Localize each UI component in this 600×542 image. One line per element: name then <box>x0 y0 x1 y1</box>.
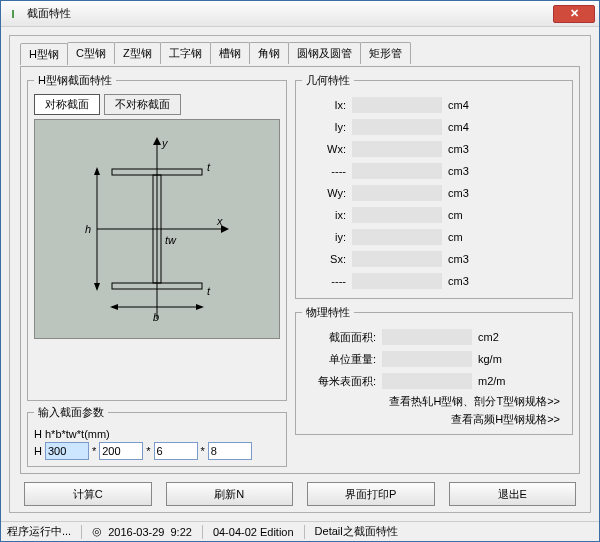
refresh-button[interactable]: 刷新N <box>166 482 294 506</box>
geo-row: Sx:cm3 <box>302 248 566 270</box>
svg-marker-14 <box>94 283 100 291</box>
status-edition: 04-04-02 Edition <box>213 526 294 538</box>
geo-label: Wy: <box>302 187 352 199</box>
phys-row: 单位重量:kg/m <box>302 348 566 370</box>
svg-text:tw: tw <box>165 234 177 246</box>
tab-channel[interactable]: 槽钢 <box>210 42 250 64</box>
svg-text:h: h <box>85 223 91 235</box>
geo-unit: cm3 <box>448 275 488 287</box>
phys-label: 单位重量: <box>302 352 382 367</box>
print-button[interactable]: 界面打印P <box>307 482 435 506</box>
high-freq-link[interactable]: 查看高频H型钢规格>> <box>302 410 560 428</box>
param-b-input[interactable] <box>99 442 143 460</box>
phys-value <box>382 373 472 389</box>
action-buttons: 计算C 刷新N 界面打印P 退出E <box>20 482 580 506</box>
geo-unit: cm3 <box>448 187 488 199</box>
tab-i-steel[interactable]: 工字钢 <box>160 42 211 64</box>
calc-button[interactable]: 计算C <box>24 482 152 506</box>
status-date: 2016-03-29 <box>108 526 164 538</box>
phys-value <box>382 329 472 345</box>
svg-text:t: t <box>207 285 211 297</box>
geo-unit: cm3 <box>448 143 488 155</box>
section-diagram: y x tw t t h <box>34 119 280 339</box>
geo-unit: cm4 <box>448 121 488 133</box>
tab-c-steel[interactable]: C型钢 <box>67 42 115 64</box>
tab-h-steel[interactable]: H型钢 <box>20 43 68 65</box>
geo-row: ----cm3 <box>302 270 566 292</box>
phys-label: 截面面积: <box>302 330 382 345</box>
geo-row: Iy:cm4 <box>302 116 566 138</box>
status-detail: Detail之截面特性 <box>315 524 398 539</box>
geo-value <box>352 119 442 135</box>
geo-value <box>352 273 442 289</box>
app-icon: I <box>5 6 21 22</box>
param-prefix: H <box>34 445 42 457</box>
status-bar: 程序运行中... ◎ 2016-03-29 9:22 04-04-02 Edit… <box>1 521 599 541</box>
geo-row: Ix:cm4 <box>302 94 566 116</box>
clock-icon: ◎ <box>92 525 102 538</box>
geo-unit: cm3 <box>448 253 488 265</box>
main-panel: H型钢 C型钢 Z型钢 工字钢 槽钢 角钢 圆钢及圆管 矩形管 H型钢截面特性 … <box>9 35 591 513</box>
geo-label: iy: <box>302 231 352 243</box>
svg-marker-18 <box>196 304 204 310</box>
phys-unit: m2/m <box>478 375 518 387</box>
svg-text:x: x <box>216 215 223 227</box>
geo-value <box>352 97 442 113</box>
geo-label: Sx: <box>302 253 352 265</box>
geo-unit: cm <box>448 231 488 243</box>
svg-marker-17 <box>110 304 118 310</box>
geo-row: ix:cm <box>302 204 566 226</box>
param-t-input[interactable] <box>208 442 252 460</box>
geo-value <box>352 185 442 201</box>
phys-unit: cm2 <box>478 331 518 343</box>
svg-marker-2 <box>153 137 161 145</box>
geo-value <box>352 207 442 223</box>
close-icon: ✕ <box>570 7 579 20</box>
param-row: H * * * <box>34 442 280 460</box>
geo-label: ix: <box>302 209 352 221</box>
phys-row: 每米表面积:m2/m <box>302 370 566 392</box>
right-column: 几何特性 Ix:cm4Iy:cm4Wx:cm3----cm3Wy:cm3ix:c… <box>295 73 573 467</box>
exit-button[interactable]: 退出E <box>449 482 577 506</box>
tab-angle[interactable]: 角钢 <box>249 42 289 64</box>
param-h-input[interactable] <box>45 442 89 460</box>
left-column: H型钢截面特性 对称截面 不对称截面 y <box>27 73 287 467</box>
geo-value <box>352 141 442 157</box>
hot-rolled-link[interactable]: 查看热轧H型钢、剖分T型钢规格>> <box>302 392 560 410</box>
close-button[interactable]: ✕ <box>553 5 595 23</box>
geometry-group: 几何特性 Ix:cm4Iy:cm4Wx:cm3----cm3Wy:cm3ix:c… <box>295 73 573 299</box>
section-tabs: H型钢 C型钢 Z型钢 工字钢 槽钢 角钢 圆钢及圆管 矩形管 <box>20 42 580 64</box>
asymmetric-button[interactable]: 不对称截面 <box>104 94 181 115</box>
tab-round[interactable]: 圆钢及圆管 <box>288 42 361 64</box>
geo-label: ---- <box>302 165 352 177</box>
window-body: H型钢 C型钢 Z型钢 工字钢 槽钢 角钢 圆钢及圆管 矩形管 H型钢截面特性 … <box>1 27 599 521</box>
param-formula: H h*b*tw*t(mm) <box>34 428 280 440</box>
geo-row: ----cm3 <box>302 160 566 182</box>
param-group-label: 输入截面参数 <box>34 405 108 420</box>
section-group-label: H型钢截面特性 <box>34 73 116 88</box>
symmetric-button[interactable]: 对称截面 <box>34 94 100 115</box>
geo-unit: cm4 <box>448 99 488 111</box>
h-beam-icon: y x tw t t h <box>67 129 247 329</box>
tab-content: H型钢截面特性 对称截面 不对称截面 y <box>20 66 580 474</box>
geo-row: Wx:cm3 <box>302 138 566 160</box>
titlebar: I 截面特性 ✕ <box>1 1 599 27</box>
section-group: H型钢截面特性 对称截面 不对称截面 y <box>27 73 287 401</box>
geo-label: Ix: <box>302 99 352 111</box>
param-tw-input[interactable] <box>154 442 198 460</box>
tab-rect[interactable]: 矩形管 <box>360 42 411 64</box>
geo-row: iy:cm <box>302 226 566 248</box>
spec-links: 查看热轧H型钢、剖分T型钢规格>> 查看高频H型钢规格>> <box>302 392 566 428</box>
geo-row: Wy:cm3 <box>302 182 566 204</box>
window-title: 截面特性 <box>27 6 553 21</box>
svg-text:t: t <box>207 161 211 173</box>
geo-label: Wx: <box>302 143 352 155</box>
tab-z-steel[interactable]: Z型钢 <box>114 42 161 64</box>
status-time: 9:22 <box>170 526 191 538</box>
geo-label: ---- <box>302 275 352 287</box>
phys-unit: kg/m <box>478 353 518 365</box>
phys-label: 每米表面积: <box>302 374 382 389</box>
geo-label: Iy: <box>302 121 352 133</box>
svg-text:b: b <box>153 311 159 323</box>
geo-value <box>352 251 442 267</box>
